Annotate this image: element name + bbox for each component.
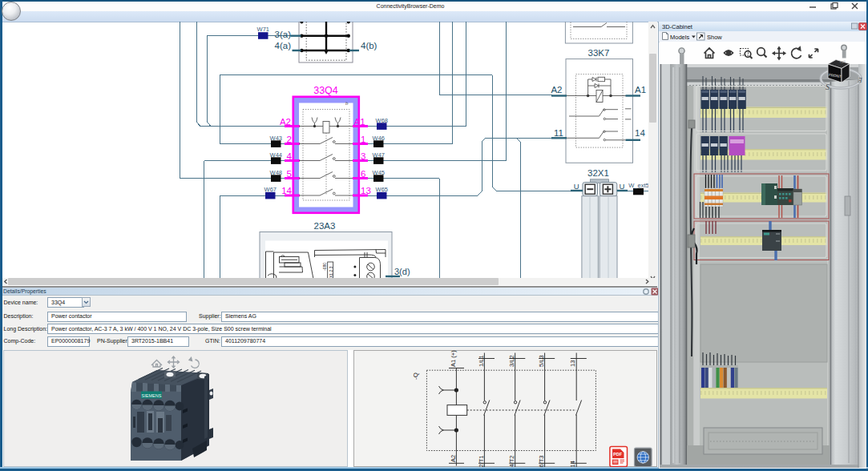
svg-text:5: 5	[287, 169, 292, 179]
svg-text:1: 1	[361, 135, 365, 144]
svg-text:-080: -080	[322, 263, 327, 271]
svg-text:6: 6	[361, 169, 365, 179]
svg-text:W67: W67	[264, 186, 277, 193]
svg-text:2/T1: 2/T1	[478, 455, 485, 467]
svg-text:S: S	[826, 83, 830, 91]
svg-text:A1 (+): A1 (+)	[450, 350, 457, 367]
svg-text:4: 4	[287, 151, 293, 161]
svg-text:A2: A2	[551, 85, 562, 95]
svg-text:13: 13	[361, 186, 371, 195]
svg-text:14: 14	[569, 461, 576, 467]
svg-text:2: 2	[287, 135, 292, 144]
svg-text:32X1: 32X1	[587, 168, 609, 178]
svg-text:A2: A2	[450, 455, 457, 462]
svg-text:A2: A2	[280, 117, 291, 127]
svg-text:A1: A1	[635, 85, 646, 95]
svg-text:3(d): 3(d)	[394, 267, 410, 276]
svg-text:33K7: 33K7	[588, 48, 610, 58]
svg-text:X1 2 3: X1 2 3	[329, 266, 333, 278]
svg-text:11: 11	[554, 128, 563, 138]
svg-text:W71: W71	[257, 26, 269, 33]
svg-text:5/L3: 5/L3	[538, 355, 545, 367]
svg-text:U: U	[620, 182, 625, 191]
svg-text:W65: W65	[376, 186, 388, 193]
svg-text:3: 3	[361, 151, 365, 161]
svg-text:W44: W44	[270, 151, 282, 159]
svg-text:4/T2: 4/T2	[508, 455, 515, 467]
svg-text:PDF: PDF	[613, 452, 623, 457]
svg-text:3/L2: 3/L2	[508, 355, 515, 367]
svg-text:W43: W43	[270, 135, 282, 142]
svg-text:W_ext5: W_ext5	[628, 182, 648, 189]
svg-text:4(b): 4(b)	[361, 41, 377, 50]
svg-text:4(a): 4(a)	[275, 41, 292, 50]
svg-text:13: 13	[569, 360, 576, 367]
svg-text:SIEMENS: SIEMENS	[142, 393, 162, 398]
svg-text:1/L1: 1/L1	[478, 355, 485, 367]
svg-text:23A3: 23A3	[314, 221, 336, 231]
svg-text:W45: W45	[373, 169, 385, 176]
svg-text:14: 14	[635, 128, 645, 138]
svg-text:-Q: -Q	[412, 372, 419, 380]
svg-text:W48: W48	[270, 169, 282, 176]
svg-text:Models: Models	[670, 34, 689, 41]
svg-text:3(a): 3(a)	[275, 30, 292, 39]
svg-text:14: 14	[281, 186, 292, 195]
svg-text:6/T3: 6/T3	[538, 455, 545, 467]
svg-text:33Q4: 33Q4	[313, 85, 338, 96]
svg-text:Show: Show	[707, 34, 722, 41]
svg-text:U: U	[574, 182, 579, 191]
svg-text:W46: W46	[373, 135, 385, 142]
svg-text:W68: W68	[376, 117, 388, 124]
svg-text:A1: A1	[354, 117, 365, 127]
svg-text:W47: W47	[373, 151, 385, 159]
